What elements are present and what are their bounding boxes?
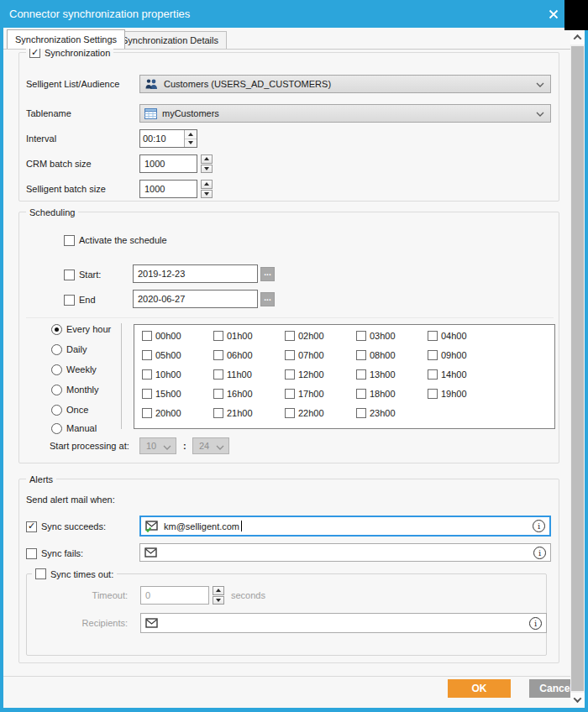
frequency-radio-daily[interactable]: Daily — [51, 343, 87, 356]
hour-option-11h00[interactable]: 11h00 — [213, 368, 252, 380]
hour-checkbox[interactable] — [356, 408, 366, 418]
hour-option-19h00[interactable]: 19h00 — [428, 387, 467, 400]
spin-down-icon[interactable] — [213, 596, 224, 605]
spin-up-icon[interactable] — [201, 180, 213, 189]
hour-checkbox[interactable] — [356, 331, 366, 341]
hour-checkbox[interactable] — [142, 369, 152, 380]
start-date-field[interactable]: 2019-12-23 — [133, 264, 258, 283]
hour-option-16h00[interactable]: 16h00 — [213, 387, 253, 400]
hour-option-10h00[interactable]: 10h00 — [142, 368, 181, 380]
end-date-browse-button[interactable]: ... — [260, 292, 275, 306]
hour-checkbox[interactable] — [213, 369, 223, 380]
hour-option-00h00[interactable]: 00h00 — [142, 329, 181, 342]
hour-checkbox[interactable] — [428, 350, 438, 360]
hour-checkbox[interactable] — [285, 408, 295, 418]
hour-checkbox[interactable] — [428, 369, 438, 380]
end-date-option[interactable]: End — [64, 293, 96, 306]
sync-fails-recipients-field[interactable]: i — [139, 543, 551, 562]
hour-option-07h00[interactable]: 07h00 — [285, 348, 324, 361]
hour-option-12h00[interactable]: 12h00 — [285, 368, 324, 380]
sync-times-out-checkbox[interactable] — [35, 568, 46, 579]
close-button[interactable] — [543, 0, 564, 28]
radio-icon[interactable] — [51, 405, 62, 416]
hour-option-09h00[interactable]: 09h00 — [428, 348, 467, 361]
timeout-field[interactable]: 0 — [140, 586, 209, 605]
hour-option-18h00[interactable]: 18h00 — [356, 387, 396, 400]
radio-icon[interactable] — [51, 364, 62, 375]
start-date-browse-button[interactable]: ... — [260, 267, 275, 281]
spin-up-icon[interactable] — [213, 586, 224, 595]
hour-checkbox[interactable] — [428, 389, 438, 399]
sync-fails-checkbox[interactable] — [26, 548, 37, 559]
tab-synchronization-details[interactable]: Synchronization Details — [113, 31, 227, 49]
hour-checkbox[interactable] — [213, 331, 223, 341]
hour-option-02h00[interactable]: 02h00 — [285, 329, 324, 342]
scrollbar-thumb[interactable] — [571, 46, 584, 691]
spin-up-icon[interactable] — [185, 130, 197, 139]
hour-checkbox[interactable] — [356, 350, 366, 360]
hour-option-04h00[interactable]: 04h00 — [428, 329, 467, 342]
sync-succeeds-checkbox[interactable] — [26, 521, 37, 532]
hour-option-13h00[interactable]: 13h00 — [356, 368, 396, 380]
frequency-radio-manual[interactable]: Manual — [51, 421, 97, 435]
scrollbar[interactable] — [570, 30, 585, 707]
hour-option-15h00[interactable]: 15h00 — [142, 387, 181, 400]
radio-icon[interactable] — [51, 344, 62, 355]
radio-icon[interactable] — [51, 324, 62, 335]
hour-checkbox[interactable] — [142, 408, 152, 418]
hour-option-08h00[interactable]: 08h00 — [356, 348, 396, 361]
frequency-radio-once[interactable]: Once — [51, 403, 88, 416]
hour-option-03h00[interactable]: 03h00 — [356, 329, 396, 342]
hour-option-06h00[interactable]: 06h00 — [213, 348, 253, 361]
hour-option-01h00[interactable]: 01h00 — [213, 329, 253, 342]
hour-checkbox[interactable] — [213, 408, 223, 418]
radio-icon[interactable] — [51, 385, 62, 395]
scroll-down-button[interactable] — [570, 693, 585, 707]
scroll-up-button[interactable] — [570, 30, 585, 44]
hour-option-23h00[interactable]: 23h00 — [356, 406, 396, 419]
hour-option-14h00[interactable]: 14h00 — [428, 368, 467, 380]
radio-icon[interactable] — [51, 423, 62, 434]
list-audience-dropdown[interactable]: Customers (USERS_AD_CUSTOMERS) — [139, 75, 551, 93]
hour-checkbox[interactable] — [356, 389, 366, 399]
spin-up-icon[interactable] — [201, 154, 213, 164]
activate-schedule-option[interactable]: Activate the schedule — [64, 233, 167, 247]
hour-option-17h00[interactable]: 17h00 — [285, 387, 324, 400]
hour-checkbox[interactable] — [213, 350, 223, 360]
tab-synchronization-settings[interactable]: Synchronization Settings — [7, 29, 125, 49]
hour-checkbox[interactable] — [142, 350, 152, 360]
hour-checkbox[interactable] — [428, 331, 438, 341]
hour-checkbox[interactable] — [142, 389, 152, 399]
info-icon[interactable]: i — [529, 617, 542, 630]
spin-down-icon[interactable] — [201, 190, 213, 199]
frequency-radio-monthly[interactable]: Monthly — [51, 383, 99, 396]
start-checkbox[interactable] — [64, 270, 75, 280]
start-processing-minute-dropdown[interactable]: 24 — [192, 437, 229, 454]
spin-down-icon[interactable] — [201, 165, 213, 174]
hour-option-22h00[interactable]: 22h00 — [285, 406, 324, 419]
hour-checkbox[interactable] — [142, 331, 152, 341]
hour-checkbox[interactable] — [285, 350, 295, 360]
crm-batch-field[interactable]: 1000 — [139, 154, 197, 173]
hour-option-05h00[interactable]: 05h00 — [142, 348, 181, 361]
frequency-radio-weekly[interactable]: Weekly — [51, 363, 97, 376]
hour-checkbox[interactable] — [213, 389, 223, 399]
hour-option-21h00[interactable]: 21h00 — [213, 406, 253, 419]
hour-option-20h00[interactable]: 20h00 — [142, 406, 181, 419]
selligent-batch-field[interactable]: 1000 — [139, 180, 197, 198]
sync-succeeds-option[interactable]: Sync succeeds: — [26, 520, 106, 533]
ok-button[interactable]: OK — [448, 679, 511, 698]
end-date-field[interactable]: 2020-06-27 — [133, 290, 258, 308]
spin-down-icon[interactable] — [185, 139, 197, 148]
sync-succeeds-recipients-field[interactable]: km@selligent.com i — [139, 516, 551, 537]
end-checkbox[interactable] — [64, 295, 75, 306]
timeout-recipients-field[interactable]: i — [140, 613, 547, 633]
interval-spinner[interactable]: 00:10 — [139, 129, 197, 148]
start-processing-hour-dropdown[interactable]: 10 — [139, 437, 176, 454]
hour-checkbox[interactable] — [285, 389, 295, 399]
hour-checkbox[interactable] — [285, 331, 295, 341]
info-icon[interactable]: i — [533, 520, 545, 532]
hour-checkbox[interactable] — [285, 369, 295, 380]
start-date-option[interactable]: Start: — [64, 268, 101, 281]
tablename-dropdown[interactable]: myCustomers — [139, 104, 551, 123]
